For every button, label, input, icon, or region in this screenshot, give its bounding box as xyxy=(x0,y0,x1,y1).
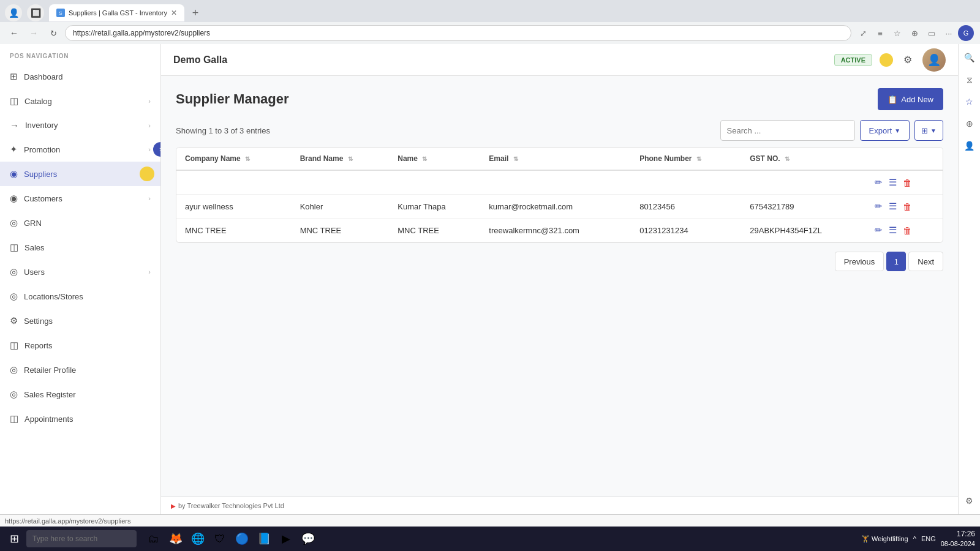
sidebar-label-settings: Settings xyxy=(24,317,53,326)
search-input[interactable] xyxy=(720,120,855,141)
forward-btn[interactable]: → xyxy=(26,25,42,41)
delete-btn-empty[interactable]: 🗑 xyxy=(903,178,912,188)
sidebar-item-promotion[interactable]: ✦ Promotion › xyxy=(0,137,160,162)
header-avatar[interactable]: 👤 xyxy=(922,48,946,72)
taskbar-app-firefox[interactable]: 🦊 xyxy=(166,529,186,549)
sidebar-label-grn: GRN xyxy=(24,219,42,228)
sidebar-item-dashboard[interactable]: ⊞ Dashboard xyxy=(0,64,160,89)
taskbar-app-youtube[interactable]: ▶ xyxy=(276,529,296,549)
col-phone[interactable]: Phone Number ⇅ xyxy=(631,148,741,170)
grid-icon: ⊞ xyxy=(921,126,928,135)
sidebar-label-locations: Locations/Stores xyxy=(24,292,83,301)
catalog-chevron-icon: › xyxy=(148,97,151,105)
col-gst[interactable]: GST NO. ⇅ xyxy=(741,148,866,170)
back-btn[interactable]: ← xyxy=(6,25,22,41)
sidebar-item-grn[interactable]: ◎ GRN xyxy=(0,211,160,235)
add-new-btn[interactable]: 📋 Add New xyxy=(878,88,943,110)
sidebar: POS NAVIGATION ⊞ Dashboard ◫ Catalog › →… xyxy=(0,44,161,514)
right-settings-icon[interactable]: ⚙ xyxy=(961,492,978,509)
start-btn[interactable]: ⊞ xyxy=(5,530,24,548)
taskbar-app-explorer[interactable]: 🗂 xyxy=(144,529,164,549)
grid-view-btn[interactable]: ⊞ ▼ xyxy=(914,120,943,141)
sales-register-icon: ◎ xyxy=(10,389,18,400)
cell-email-empty xyxy=(480,170,631,195)
locations-icon: ◎ xyxy=(10,291,18,302)
sidebar-item-reports[interactable]: ◫ Reports xyxy=(0,333,160,358)
sidebar-item-inventory[interactable]: → Inventory › xyxy=(0,113,160,137)
grn-icon: ◎ xyxy=(10,217,18,228)
new-tab-btn[interactable]: + xyxy=(187,4,204,21)
col-email[interactable]: Email ⇅ xyxy=(480,148,631,170)
header-settings-btn[interactable]: ⚙ xyxy=(900,53,915,67)
sidebar-item-sales-register[interactable]: ◎ Sales Register xyxy=(0,382,160,407)
edit-btn-ayur[interactable]: ✏ xyxy=(875,201,883,212)
sidebar-item-catalog[interactable]: ◫ Catalog › xyxy=(0,89,160,113)
sidebar-item-suppliers[interactable]: ◉ Suppliers xyxy=(0,162,160,186)
right-favorites-icon[interactable]: ☆ xyxy=(961,93,978,110)
delete-btn-ayur[interactable]: 🗑 xyxy=(903,201,912,212)
export-btn[interactable]: Export ▼ xyxy=(860,120,910,141)
browser-tab-active[interactable]: S Suppliers | Galla GST - Inventory ✕ xyxy=(49,4,184,21)
action-icons-empty: ✏ ☰ 🗑 xyxy=(875,177,934,188)
right-search-icon[interactable]: 🔍 xyxy=(961,49,978,66)
taskbar-weightlifting-label: 🏋 Weightlifting xyxy=(861,535,908,543)
list-btn-mnc[interactable]: ☰ xyxy=(889,225,897,236)
browser-action-icons: ⤢ ≡ ☆ ⊕ ▭ ··· G xyxy=(855,25,974,41)
collections-icon[interactable]: ⊕ xyxy=(907,25,922,41)
sidebar-item-sales[interactable]: ◫ Sales xyxy=(0,235,160,260)
profile-icon-btn[interactable]: 👤 xyxy=(5,4,22,21)
profile-avatar-icon[interactable]: G xyxy=(958,25,974,41)
right-history-icon[interactable]: ⧖ xyxy=(961,71,978,88)
sidebar-item-locations[interactable]: ◎ Locations/Stores xyxy=(0,284,160,309)
taskbar-search-input[interactable] xyxy=(26,530,137,547)
sidebar-label-customers: Customers xyxy=(24,194,62,203)
footer: ▶ by Treewalker Technologies Pvt Ltd xyxy=(161,497,958,514)
page-1-btn[interactable]: 1 xyxy=(886,252,906,271)
previous-btn[interactable]: Previous xyxy=(835,252,884,271)
app-container: POS NAVIGATION ⊞ Dashboard ◫ Catalog › →… xyxy=(0,44,980,514)
right-sidebar: 🔍 ⧖ ☆ ⊕ 👤 ⚙ xyxy=(958,44,980,514)
address-bar[interactable]: https://retail.galla.app/mystorev2/suppl… xyxy=(65,25,851,41)
col-email-label: Email xyxy=(489,154,508,163)
page-title-row: Supplier Manager 📋 Add New xyxy=(176,88,943,110)
add-new-icon: 📋 xyxy=(888,95,897,104)
col-company-name[interactable]: Company Name ⇅ xyxy=(176,148,292,170)
extensions-btn[interactable]: 🔲 xyxy=(27,4,44,21)
more-icon[interactable]: ··· xyxy=(941,25,957,41)
promotion-icon: ✦ xyxy=(10,144,18,155)
sales-icon: ◫ xyxy=(10,242,18,253)
list-btn-ayur[interactable]: ☰ xyxy=(889,201,897,212)
right-person-icon[interactable]: 👤 xyxy=(961,137,978,154)
sidebar-item-customers[interactable]: ◉ Customers › xyxy=(0,186,160,211)
taskbar-app-chrome[interactable]: 🔵 xyxy=(232,529,252,549)
tab-close-icon[interactable]: ✕ xyxy=(171,9,177,17)
reader-icon[interactable]: ≡ xyxy=(872,25,888,41)
taskbar-app-facebook[interactable]: 📘 xyxy=(254,529,274,549)
sidebar-item-users[interactable]: ◎ Users › xyxy=(0,260,160,284)
edit-btn-mnc[interactable]: ✏ xyxy=(875,225,883,236)
edit-btn-empty[interactable]: ✏ xyxy=(875,177,883,188)
customers-chevron-icon: › xyxy=(148,195,151,202)
favorites-icon[interactable]: ☆ xyxy=(889,25,905,41)
sidebar-label-suppliers: Suppliers xyxy=(24,170,57,179)
pagination: Previous 1 Next xyxy=(176,252,943,271)
split-view-icon[interactable]: ▭ xyxy=(924,25,940,41)
cell-name-ayur: Kumar Thapa xyxy=(389,195,480,219)
sidebar-item-settings[interactable]: ⚙ Settings xyxy=(0,309,160,333)
list-btn-empty[interactable]: ☰ xyxy=(889,177,897,188)
screen-share-icon[interactable]: ⤢ xyxy=(855,25,871,41)
taskbar-app-skype[interactable]: 💬 xyxy=(298,529,318,549)
col-brand-name-label: Brand Name xyxy=(300,154,344,163)
taskbar-app-edge[interactable]: 🌐 xyxy=(188,529,208,549)
sidebar-item-retailer-profile[interactable]: ◎ Retailer Profile xyxy=(0,358,160,382)
right-collections-icon[interactable]: ⊕ xyxy=(961,115,978,132)
cell-gst-empty xyxy=(741,170,866,195)
sidebar-item-appointments[interactable]: ◫ Appointments xyxy=(0,407,160,431)
sidebar-label-inventory: Inventory xyxy=(25,121,58,130)
delete-btn-mnc[interactable]: 🗑 xyxy=(903,225,912,236)
next-btn[interactable]: Next xyxy=(908,252,943,271)
reload-btn[interactable]: ↻ xyxy=(45,25,61,41)
col-brand-name[interactable]: Brand Name ⇅ xyxy=(292,148,390,170)
col-name[interactable]: Name ⇅ xyxy=(389,148,480,170)
taskbar-app-norton[interactable]: 🛡 xyxy=(210,529,230,549)
